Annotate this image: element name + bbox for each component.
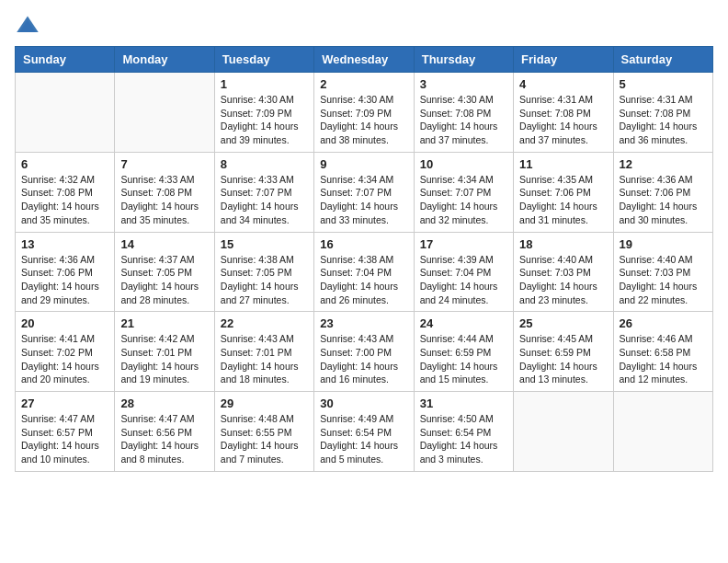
day-number: 3 xyxy=(420,77,507,91)
header-tuesday: Tuesday xyxy=(214,47,313,73)
day-content: Sunrise: 4:47 AM Sunset: 6:56 PM Dayligh… xyxy=(120,412,208,466)
day-number: 29 xyxy=(221,396,308,410)
day-content: Sunrise: 4:49 AM Sunset: 6:54 PM Dayligh… xyxy=(320,412,407,466)
week-row-3: 13Sunrise: 4:36 AM Sunset: 7:06 PM Dayli… xyxy=(16,232,713,312)
week-row-5: 27Sunrise: 4:47 AM Sunset: 6:57 PM Dayli… xyxy=(16,392,713,472)
day-number: 5 xyxy=(620,77,707,91)
day-cell: 11Sunrise: 4:35 AM Sunset: 7:06 PM Dayli… xyxy=(514,152,613,232)
day-number: 4 xyxy=(519,77,607,91)
day-number: 10 xyxy=(420,157,507,171)
day-number: 25 xyxy=(519,316,607,330)
day-cell xyxy=(115,73,214,153)
day-cell: 22Sunrise: 4:43 AM Sunset: 7:01 PM Dayli… xyxy=(214,312,313,392)
day-cell: 20Sunrise: 4:41 AM Sunset: 7:02 PM Dayli… xyxy=(16,312,115,392)
day-number: 22 xyxy=(221,316,308,330)
day-content: Sunrise: 4:40 AM Sunset: 7:03 PM Dayligh… xyxy=(620,253,707,307)
day-content: Sunrise: 4:33 AM Sunset: 7:08 PM Dayligh… xyxy=(120,173,208,227)
day-cell: 2Sunrise: 4:30 AM Sunset: 7:09 PM Daylig… xyxy=(314,73,414,153)
day-content: Sunrise: 4:32 AM Sunset: 7:08 PM Dayligh… xyxy=(21,173,108,227)
day-content: Sunrise: 4:45 AM Sunset: 6:59 PM Dayligh… xyxy=(519,332,607,386)
day-cell: 6Sunrise: 4:32 AM Sunset: 7:08 PM Daylig… xyxy=(16,152,115,232)
day-content: Sunrise: 4:42 AM Sunset: 7:01 PM Dayligh… xyxy=(120,332,208,386)
day-cell: 27Sunrise: 4:47 AM Sunset: 6:57 PM Dayli… xyxy=(16,392,115,472)
header-monday: Monday xyxy=(115,47,214,73)
day-number: 1 xyxy=(221,77,308,91)
day-cell: 26Sunrise: 4:46 AM Sunset: 6:58 PM Dayli… xyxy=(613,312,712,392)
day-number: 11 xyxy=(519,157,607,171)
day-content: Sunrise: 4:47 AM Sunset: 6:57 PM Dayligh… xyxy=(21,412,108,466)
day-content: Sunrise: 4:34 AM Sunset: 7:07 PM Dayligh… xyxy=(420,173,507,227)
header-friday: Friday xyxy=(514,47,613,73)
calendar-table: SundayMondayTuesdayWednesdayThursdayFrid… xyxy=(15,46,713,472)
day-number: 12 xyxy=(620,157,707,171)
day-content: Sunrise: 4:30 AM Sunset: 7:08 PM Dayligh… xyxy=(420,93,507,147)
day-content: Sunrise: 4:46 AM Sunset: 6:58 PM Dayligh… xyxy=(620,332,707,386)
day-cell: 28Sunrise: 4:47 AM Sunset: 6:56 PM Dayli… xyxy=(115,392,214,472)
day-cell: 3Sunrise: 4:30 AM Sunset: 7:08 PM Daylig… xyxy=(414,73,513,153)
day-number: 6 xyxy=(21,157,108,171)
logo-icon xyxy=(15,15,40,35)
week-row-2: 6Sunrise: 4:32 AM Sunset: 7:08 PM Daylig… xyxy=(16,152,713,232)
day-number: 7 xyxy=(120,157,208,171)
page-header xyxy=(15,15,713,35)
day-content: Sunrise: 4:33 AM Sunset: 7:07 PM Dayligh… xyxy=(221,173,308,227)
day-number: 31 xyxy=(420,396,507,410)
day-number: 13 xyxy=(21,237,108,251)
day-number: 17 xyxy=(420,237,507,251)
day-content: Sunrise: 4:38 AM Sunset: 7:04 PM Dayligh… xyxy=(320,253,407,307)
day-content: Sunrise: 4:48 AM Sunset: 6:55 PM Dayligh… xyxy=(221,412,308,466)
header-sunday: Sunday xyxy=(16,47,115,73)
day-cell: 8Sunrise: 4:33 AM Sunset: 7:07 PM Daylig… xyxy=(214,152,313,232)
day-cell: 25Sunrise: 4:45 AM Sunset: 6:59 PM Dayli… xyxy=(514,312,613,392)
day-number: 26 xyxy=(620,316,707,330)
day-cell: 31Sunrise: 4:50 AM Sunset: 6:54 PM Dayli… xyxy=(414,392,513,472)
day-number: 16 xyxy=(320,237,407,251)
day-number: 2 xyxy=(320,77,407,91)
day-content: Sunrise: 4:40 AM Sunset: 7:03 PM Dayligh… xyxy=(519,253,607,307)
day-content: Sunrise: 4:41 AM Sunset: 7:02 PM Dayligh… xyxy=(21,332,108,386)
day-content: Sunrise: 4:30 AM Sunset: 7:09 PM Dayligh… xyxy=(221,93,308,147)
day-content: Sunrise: 4:38 AM Sunset: 7:05 PM Dayligh… xyxy=(221,253,308,307)
day-number: 8 xyxy=(221,157,308,171)
day-number: 21 xyxy=(120,316,208,330)
day-cell: 7Sunrise: 4:33 AM Sunset: 7:08 PM Daylig… xyxy=(115,152,214,232)
day-cell: 14Sunrise: 4:37 AM Sunset: 7:05 PM Dayli… xyxy=(115,232,214,312)
day-content: Sunrise: 4:31 AM Sunset: 7:08 PM Dayligh… xyxy=(620,93,707,147)
day-cell: 4Sunrise: 4:31 AM Sunset: 7:08 PM Daylig… xyxy=(514,73,613,153)
day-cell: 29Sunrise: 4:48 AM Sunset: 6:55 PM Dayli… xyxy=(214,392,313,472)
day-cell: 9Sunrise: 4:34 AM Sunset: 7:07 PM Daylig… xyxy=(314,152,414,232)
day-content: Sunrise: 4:43 AM Sunset: 7:01 PM Dayligh… xyxy=(221,332,308,386)
day-number: 19 xyxy=(620,237,707,251)
day-cell: 5Sunrise: 4:31 AM Sunset: 7:08 PM Daylig… xyxy=(613,73,712,153)
header-thursday: Thursday xyxy=(414,47,513,73)
day-cell: 12Sunrise: 4:36 AM Sunset: 7:06 PM Dayli… xyxy=(613,152,712,232)
day-content: Sunrise: 4:36 AM Sunset: 7:06 PM Dayligh… xyxy=(620,173,707,227)
day-content: Sunrise: 4:30 AM Sunset: 7:09 PM Dayligh… xyxy=(320,93,407,147)
day-content: Sunrise: 4:36 AM Sunset: 7:06 PM Dayligh… xyxy=(21,253,108,307)
week-row-4: 20Sunrise: 4:41 AM Sunset: 7:02 PM Dayli… xyxy=(16,312,713,392)
day-content: Sunrise: 4:50 AM Sunset: 6:54 PM Dayligh… xyxy=(420,412,507,466)
day-cell xyxy=(16,73,115,153)
day-cell: 17Sunrise: 4:39 AM Sunset: 7:04 PM Dayli… xyxy=(414,232,513,312)
day-cell: 19Sunrise: 4:40 AM Sunset: 7:03 PM Dayli… xyxy=(613,232,712,312)
day-cell: 24Sunrise: 4:44 AM Sunset: 6:59 PM Dayli… xyxy=(414,312,513,392)
day-number: 20 xyxy=(21,316,108,330)
day-cell: 13Sunrise: 4:36 AM Sunset: 7:06 PM Dayli… xyxy=(16,232,115,312)
day-content: Sunrise: 4:35 AM Sunset: 7:06 PM Dayligh… xyxy=(519,173,607,227)
day-content: Sunrise: 4:37 AM Sunset: 7:05 PM Dayligh… xyxy=(120,253,208,307)
header-saturday: Saturday xyxy=(613,47,712,73)
day-number: 9 xyxy=(320,157,407,171)
day-content: Sunrise: 4:44 AM Sunset: 6:59 PM Dayligh… xyxy=(420,332,507,386)
calendar-header-row: SundayMondayTuesdayWednesdayThursdayFrid… xyxy=(16,47,713,73)
day-content: Sunrise: 4:34 AM Sunset: 7:07 PM Dayligh… xyxy=(320,173,407,227)
day-number: 23 xyxy=(320,316,407,330)
day-cell: 16Sunrise: 4:38 AM Sunset: 7:04 PM Dayli… xyxy=(314,232,414,312)
day-number: 18 xyxy=(519,237,607,251)
day-number: 24 xyxy=(420,316,507,330)
header-wednesday: Wednesday xyxy=(314,47,414,73)
day-content: Sunrise: 4:31 AM Sunset: 7:08 PM Dayligh… xyxy=(519,93,607,147)
logo xyxy=(15,15,44,35)
day-content: Sunrise: 4:39 AM Sunset: 7:04 PM Dayligh… xyxy=(420,253,507,307)
day-cell: 18Sunrise: 4:40 AM Sunset: 7:03 PM Dayli… xyxy=(514,232,613,312)
day-cell xyxy=(514,392,613,472)
